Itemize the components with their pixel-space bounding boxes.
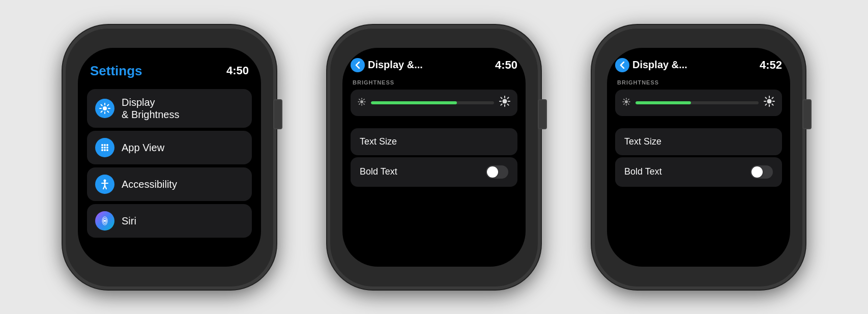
svg-line-42 [508, 97, 509, 98]
display-screen-3: Display &... 4:52 BRIGHTNESS [607, 48, 790, 267]
display-label: Display & Brightness [122, 96, 179, 121]
brightness-row-3[interactable] [615, 90, 782, 116]
svg-line-31 [359, 99, 360, 99]
watch-screen-3: Display &... 4:52 BRIGHTNESS [607, 48, 790, 267]
svg-point-25 [104, 220, 106, 222]
brightness-fill-3 [635, 101, 691, 104]
watch-screen-1: Settings 4:50 [78, 48, 261, 267]
display-time-3: 4:52 [760, 59, 782, 72]
appview-icon [95, 138, 114, 157]
settings-item-siri[interactable]: Siri [87, 204, 252, 238]
siri-icon [95, 211, 114, 231]
accessibility-label: Accessibility [122, 178, 177, 190]
svg-line-7 [107, 104, 108, 105]
display-rows-3: Text Size Bold Text [615, 128, 782, 187]
brightness-fill-2 [371, 101, 457, 104]
back-button-3[interactable] [615, 58, 629, 72]
settings-list: Display & Brightness [87, 89, 252, 238]
svg-point-11 [106, 144, 108, 146]
text-size-label-2: Text Size [360, 136, 397, 147]
watch-body-2: Display &... 4:50 BRIGHTNESS [327, 25, 541, 290]
svg-line-8 [101, 111, 102, 112]
bold-text-row-2[interactable]: Bold Text [351, 157, 517, 187]
display-header-3: Display &... 4:52 [615, 58, 782, 72]
svg-point-9 [101, 144, 103, 146]
siri-label: Siri [122, 215, 136, 227]
display-header-left-3: Display &... [615, 58, 687, 72]
watch-body-1: Settings 4:50 [63, 25, 276, 290]
settings-screen: Settings 4:50 [78, 48, 261, 267]
svg-line-52 [624, 103, 624, 104]
svg-line-61 [765, 104, 766, 105]
svg-line-60 [772, 97, 773, 98]
settings-time: 4:50 [226, 64, 249, 77]
svg-point-0 [103, 106, 107, 110]
display-rows-2: Text Size Bold Text [351, 128, 517, 187]
text-size-row-2[interactable]: Text Size [351, 128, 517, 155]
bold-text-toggle-3[interactable] [750, 165, 773, 179]
svg-point-16 [104, 149, 106, 151]
back-button-2[interactable] [351, 58, 365, 72]
watch-body-3: Display &... 4:52 BRIGHTNESS [592, 25, 805, 290]
settings-header: Settings 4:50 [87, 63, 252, 79]
svg-line-58 [765, 97, 766, 98]
display-title-3: Display &... [632, 59, 687, 71]
svg-line-22 [105, 186, 106, 189]
bold-text-toggle-2[interactable] [486, 165, 508, 179]
svg-point-14 [106, 147, 108, 149]
brightness-row-2[interactable] [351, 90, 517, 116]
svg-line-33 [364, 99, 364, 99]
settings-title: Settings [90, 63, 142, 79]
sun-large-2 [499, 96, 510, 110]
display-header-2: Display &... 4:50 [351, 58, 517, 72]
brightness-track-3[interactable] [635, 101, 759, 104]
svg-line-32 [364, 103, 364, 104]
watch-screen-2: Display &... 4:50 BRIGHTNESS [342, 48, 526, 267]
watch-3: Display &... 4:52 BRIGHTNESS [576, 15, 821, 300]
accessibility-icon [95, 175, 114, 194]
settings-item-accessibility[interactable]: Accessibility [87, 167, 252, 201]
svg-point-15 [101, 149, 103, 151]
brightness-track-2[interactable] [371, 101, 494, 104]
text-size-label-3: Text Size [624, 136, 661, 147]
watch-2: Display &... 4:50 BRIGHTNESS [312, 15, 556, 300]
text-size-row-3[interactable]: Text Size [615, 128, 782, 155]
watch-1: Settings 4:50 [47, 15, 292, 300]
sun-small-2 [358, 98, 366, 108]
svg-line-51 [628, 99, 629, 99]
sun-large-3 [764, 96, 775, 110]
svg-line-50 [628, 103, 629, 104]
svg-point-53 [767, 99, 772, 103]
display-time-2: 4:50 [495, 59, 517, 72]
svg-point-13 [104, 147, 106, 149]
svg-point-12 [101, 147, 103, 149]
bold-text-label-2: Bold Text [360, 166, 397, 177]
sun-small-3 [622, 98, 630, 108]
bold-text-row-3[interactable]: Bold Text [615, 157, 782, 187]
display-icon [95, 99, 114, 118]
svg-point-44 [625, 100, 628, 103]
settings-item-display[interactable]: Display & Brightness [87, 89, 252, 128]
svg-line-6 [107, 111, 108, 112]
svg-line-40 [501, 97, 502, 98]
svg-point-35 [503, 99, 507, 103]
svg-line-43 [501, 104, 502, 105]
svg-line-59 [772, 104, 773, 105]
bold-text-label-3: Bold Text [624, 166, 662, 177]
svg-line-49 [624, 99, 624, 99]
appview-label: App View [122, 141, 164, 154]
display-title-2: Display &... [368, 59, 423, 71]
settings-item-appview[interactable]: App View [87, 131, 252, 164]
svg-line-5 [101, 104, 102, 105]
svg-point-17 [106, 149, 108, 151]
svg-point-26 [360, 100, 363, 103]
display-header-left-2: Display &... [351, 58, 423, 72]
brightness-label-3: BRIGHTNESS [615, 79, 782, 85]
brightness-label-2: BRIGHTNESS [351, 79, 517, 85]
svg-line-41 [508, 104, 509, 105]
display-screen-2: Display &... 4:50 BRIGHTNESS [342, 48, 526, 267]
svg-line-34 [359, 103, 360, 104]
svg-point-10 [104, 144, 106, 146]
